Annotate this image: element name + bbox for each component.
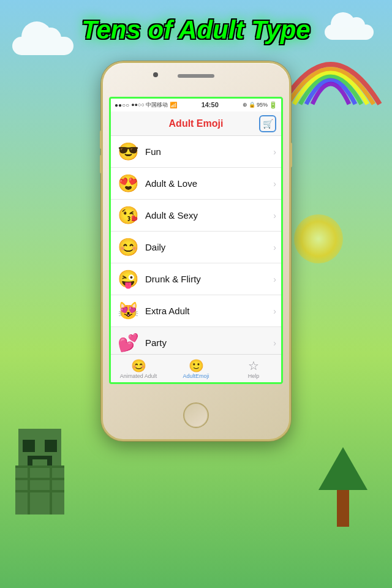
list-item-label: Daily xyxy=(145,242,273,252)
list-item-chevron: › xyxy=(273,179,276,189)
list-item[interactable]: 💕Party› xyxy=(110,327,282,354)
list-item[interactable]: 😜Drunk & Flirty› xyxy=(110,263,282,295)
tab-label: Help xyxy=(248,373,260,379)
list-item[interactable]: 😊Daily› xyxy=(110,232,282,263)
list-item-chevron: › xyxy=(273,147,276,157)
battery-label: 95% xyxy=(257,102,268,108)
status-right: ⊕ 🔒 95% 🔋 xyxy=(243,101,277,109)
list-item-emoji: 😜 xyxy=(116,267,140,292)
status-bar: ●●○○ ●●○○ 中国移动 📶 14:50 ⊕ 🔒 95% 🔋 xyxy=(110,98,282,111)
list-item-chevron: › xyxy=(273,243,276,252)
list-item-emoji: 😻 xyxy=(116,299,140,323)
list-item-emoji: 😊 xyxy=(116,235,140,260)
status-left: ●●○○ ●●○○ 中国移动 📶 xyxy=(115,101,177,109)
creeper-decoration xyxy=(9,429,70,514)
nav-bar: Adult Emoji 🛒 xyxy=(110,111,282,136)
phone-speaker xyxy=(178,74,214,78)
list-item[interactable]: 😘Adult & Sexy› xyxy=(110,200,282,232)
tab-icon: 😊 xyxy=(131,360,146,372)
page-title: Tens of Adult Type xyxy=(81,15,310,45)
svg-rect-2 xyxy=(23,440,35,452)
power-button xyxy=(290,143,292,167)
volume-up-button xyxy=(100,130,102,149)
svg-rect-5 xyxy=(28,456,32,466)
list-item-emoji: 😍 xyxy=(116,172,140,196)
list-item-chevron: › xyxy=(273,306,276,316)
tab-bar: 😊Animated Adult🙂AdultEmoji☆Help xyxy=(110,354,282,383)
list-item-label: Fun xyxy=(145,146,273,157)
phone-frame: ●●○○ ●●○○ 中国移动 📶 14:50 ⊕ 🔒 95% 🔋 Adult E… xyxy=(101,61,291,441)
list-item-chevron: › xyxy=(273,274,276,284)
svg-rect-11 xyxy=(50,466,52,514)
list-item-chevron: › xyxy=(273,338,276,348)
list-item-label: Extra Adult xyxy=(145,306,273,316)
tab-item-adultemoji[interactable]: 🙂AdultEmoji xyxy=(167,360,225,379)
tree-decoration xyxy=(318,447,368,527)
battery-icon: 🔋 xyxy=(269,101,277,109)
nav-title: Adult Emoji xyxy=(169,118,224,129)
svg-rect-6 xyxy=(47,456,52,466)
volume-down-button xyxy=(100,155,102,173)
list-item-chevron: › xyxy=(273,211,276,221)
list-item[interactable]: 😍Adult & Love› xyxy=(110,168,282,200)
lock-icon: 🔒 xyxy=(249,102,255,108)
list-item-label: Party xyxy=(145,337,273,348)
category-list: 😎Fun›😍Adult & Love›😘Adult & Sexy›😊Daily›… xyxy=(110,136,282,354)
rainbow xyxy=(276,37,386,110)
phone-screen: ●●○○ ●●○○ 中国移动 📶 14:50 ⊕ 🔒 95% 🔋 Adult E… xyxy=(110,98,282,383)
tab-item-help[interactable]: ☆Help xyxy=(225,360,282,379)
phone-camera xyxy=(153,72,158,77)
cloud-left xyxy=(12,37,74,55)
location-icon: ⊕ xyxy=(243,102,247,108)
wifi-icon: 📶 xyxy=(170,102,177,108)
list-item-label: Adult & Love xyxy=(145,178,273,189)
svg-rect-8 xyxy=(15,478,64,480)
list-item-emoji: 💕 xyxy=(116,331,140,355)
tab-label: Animated Adult xyxy=(120,373,157,379)
home-button[interactable] xyxy=(183,402,209,428)
list-item-emoji: 😘 xyxy=(116,203,140,228)
svg-rect-9 xyxy=(15,490,64,492)
carrier-label: ●●○○ 中国移动 xyxy=(131,101,168,109)
tab-icon: 🙂 xyxy=(189,360,204,372)
status-time: 14:50 xyxy=(202,101,219,108)
list-item-emoji: 😎 xyxy=(116,140,140,164)
svg-rect-3 xyxy=(45,440,57,452)
list-item[interactable]: 😻Extra Adult› xyxy=(110,295,282,327)
tab-label: AdultEmoji xyxy=(183,373,209,379)
sun-glow xyxy=(294,214,343,263)
svg-rect-7 xyxy=(15,466,64,468)
svg-rect-10 xyxy=(28,466,30,514)
list-item-label: Drunk & Flirty xyxy=(145,274,273,284)
cart-button[interactable]: 🛒 xyxy=(259,115,276,132)
signal-dots: ●●○○ xyxy=(115,102,129,108)
tab-item-animated-adult[interactable]: 😊Animated Adult xyxy=(110,360,167,379)
tab-icon: ☆ xyxy=(248,360,259,372)
list-item-label: Adult & Sexy xyxy=(145,210,273,221)
list-item[interactable]: 😎Fun› xyxy=(110,136,282,168)
